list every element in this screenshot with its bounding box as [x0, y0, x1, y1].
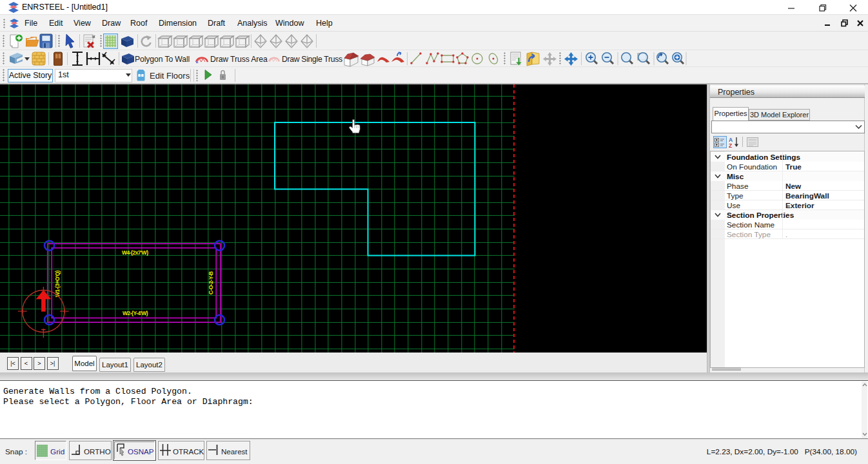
svg-text:W1-(3+O'Q): W1-(3+O'Q)	[54, 270, 61, 297]
svg-text:W2-(Y-4'W): W2-(Y-4'W)	[123, 310, 148, 316]
svg-text:C-O-2-Y-B: C-O-2-Y-B	[208, 271, 214, 295]
svg-text:W4-(2x7'W): W4-(2x7'W)	[122, 249, 148, 256]
svg-text:Z: Z	[729, 142, 732, 148]
